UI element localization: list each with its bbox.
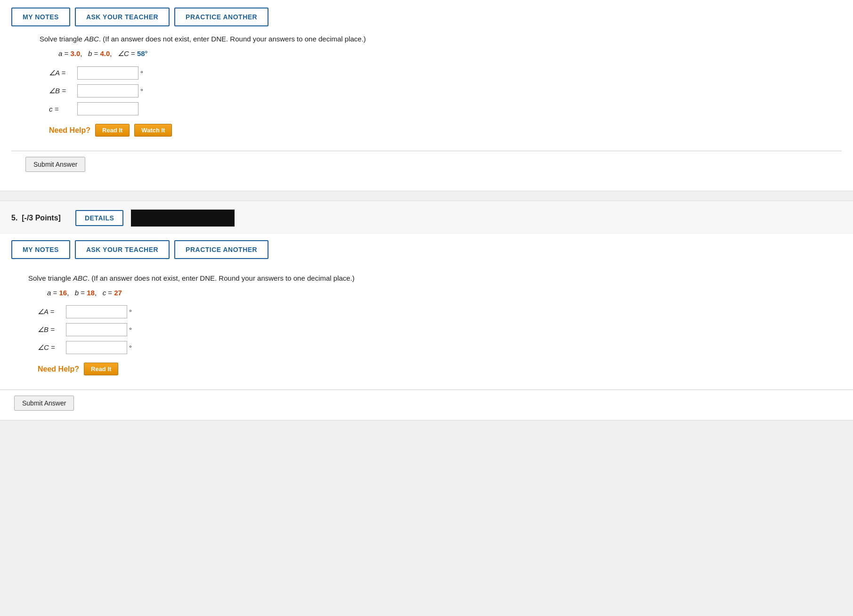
angle-b-row: ∠B = ° [49, 84, 828, 97]
p5-a-label: a [47, 289, 51, 297]
p5-angle-c-row: ∠C = ° [38, 341, 839, 354]
c-label: ∠C [118, 49, 129, 57]
p5-a-value: 16 [59, 289, 67, 297]
top-button-row: MY NOTES ASK YOUR TEACHER PRACTICE ANOTH… [11, 8, 842, 26]
b-label: b [88, 49, 92, 57]
p5-angle-a-label: ∠A = [38, 308, 66, 316]
section-5-header: 5. [-/3 Points] DETAILS [0, 201, 853, 234]
a-value: 3.0 [70, 49, 80, 57]
angle-b-label: ∠B = [49, 87, 77, 95]
read-it-button-bottom[interactable]: Read It [84, 363, 118, 375]
p5-angle-a-row: ∠A = ° [38, 305, 839, 318]
a-label: a [58, 49, 62, 57]
p5-angle-c-degree: ° [129, 344, 132, 352]
submit-area-top: Submit Answer [11, 157, 842, 181]
p5-angle-b-degree: ° [129, 326, 132, 334]
b-value: 4.0 [100, 49, 110, 57]
bottom-button-row: MY NOTES ASK YOUR TEACHER PRACTICE ANOTH… [11, 240, 842, 259]
angle-b-input[interactable] [77, 84, 138, 97]
angle-a-row: ∠A = ° [49, 66, 828, 80]
problem-5-text: Solve triangle ABC. (If an answer does n… [28, 274, 839, 282]
problem-5-section: 5. [-/3 Points] DETAILS MY NOTES ASK YOU… [0, 201, 853, 421]
p5-angle-b-input[interactable] [66, 323, 127, 336]
divider-top [11, 151, 842, 151]
problem-4-content: Solve triangle ABC. (If an answer does n… [11, 26, 842, 146]
problem-5-content: Solve triangle ABC. (If an answer does n… [0, 266, 853, 385]
problem-4-section: MY NOTES ASK YOUR TEACHER PRACTICE ANOTH… [0, 0, 853, 191]
p5-angle-b-row: ∠B = ° [38, 323, 839, 336]
problem-5-given: a = 16, b = 18, c = 27 [47, 289, 839, 297]
p5-angle-b-label: ∠B = [38, 325, 66, 334]
details-button[interactable]: DETAILS [75, 210, 123, 226]
watch-it-button-top[interactable]: Watch It [134, 124, 172, 137]
problem-4-text: Solve triangle ABC. (If an answer does n… [40, 35, 828, 43]
ask-teacher-button-bottom[interactable]: ASK YOUR TEACHER [75, 240, 170, 259]
p5-angle-a-degree: ° [129, 308, 132, 316]
need-help-label-bottom: Need Help? [38, 365, 79, 373]
submit-button-bottom[interactable]: Submit Answer [14, 396, 74, 411]
p5-b-value: 18 [87, 289, 95, 297]
section-5-button-row: MY NOTES ASK YOUR TEACHER PRACTICE ANOTH… [0, 234, 853, 266]
problem-4-given: a = 3.0, b = 4.0, ∠C = 58° [58, 49, 828, 58]
p5-c-label: c [103, 289, 106, 297]
p5-angle-c-input[interactable] [66, 341, 127, 354]
angle-b-degree: ° [140, 87, 143, 95]
redacted-content [131, 210, 235, 227]
practice-another-button-bottom[interactable]: PRACTICE ANOTHER [174, 240, 268, 259]
p5-b-label: b [75, 289, 79, 297]
my-notes-button-top[interactable]: MY NOTES [11, 8, 70, 26]
side-c-row: c = [49, 102, 828, 115]
side-c-label: c = [49, 105, 77, 113]
need-help-row-top: Need Help? Read It Watch It [49, 124, 828, 137]
p5-angle-a-input[interactable] [66, 305, 127, 318]
page-wrapper: MY NOTES ASK YOUR TEACHER PRACTICE ANOTH… [0, 0, 853, 421]
practice-another-button-top[interactable]: PRACTICE ANOTHER [174, 8, 268, 26]
angle-a-input[interactable] [77, 66, 138, 80]
p5-c-value: 27 [114, 289, 122, 297]
divider-bottom [0, 389, 853, 390]
submit-area-bottom: Submit Answer [0, 396, 853, 420]
submit-button-top[interactable]: Submit Answer [25, 157, 85, 172]
c-value: 58° [137, 49, 148, 57]
angle-a-label: ∠A = [49, 69, 77, 77]
ask-teacher-button-top[interactable]: ASK YOUR TEACHER [75, 8, 170, 26]
need-help-row-bottom: Need Help? Read It [38, 363, 839, 375]
p5-angle-c-label: ∠C = [38, 343, 66, 352]
read-it-button-top[interactable]: Read It [95, 124, 130, 137]
angle-a-degree: ° [140, 69, 143, 77]
problem-5-number: 5. [-/3 Points] [11, 214, 68, 222]
side-c-input[interactable] [77, 102, 138, 115]
need-help-label-top: Need Help? [49, 126, 90, 135]
my-notes-button-bottom[interactable]: MY NOTES [11, 240, 70, 259]
